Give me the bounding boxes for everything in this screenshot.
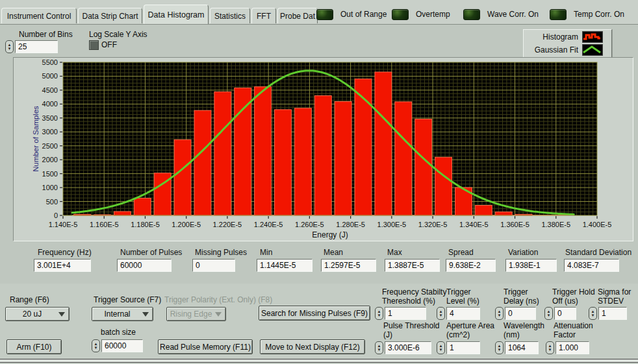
gaussian-fit-legend-icon <box>582 44 603 56</box>
svg-text:1.280E-5: 1.280E-5 <box>336 221 365 228</box>
trigger-delay-input[interactable] <box>505 307 536 320</box>
stat-variation-label: Variation <box>505 248 557 257</box>
out-of-range-led-icon <box>316 9 333 20</box>
batch-size-input[interactable] <box>101 339 143 352</box>
trigger-polarity-value: Rising Edge <box>167 309 215 319</box>
log-scale-state: OFF <box>101 40 117 49</box>
pulse-threshold-label: Pulse Threshold (J) <box>383 321 443 339</box>
svg-text:1.380E-5: 1.380E-5 <box>541 221 570 228</box>
stat-spread-value <box>446 259 496 272</box>
tab-strip: Instrument Control Data Strip Chart Data… <box>0 0 638 25</box>
x-axis-title: Energy (J) <box>312 230 348 239</box>
svg-text:4000: 4000 <box>42 100 58 108</box>
tab-probe-data[interactable]: Probe Dat <box>277 8 318 23</box>
histogram-bar <box>314 95 331 215</box>
histogram-bar <box>194 110 211 215</box>
stat-missing-pulses: Missing Pulses <box>192 248 247 272</box>
stat-frequency: Frequency (Hz) <box>34 248 92 272</box>
search-missing-pulses-button[interactable]: Search for Missing Pulses (F9) <box>259 306 370 321</box>
svg-text:1000: 1000 <box>42 184 58 191</box>
histogram-bar <box>355 79 372 215</box>
read-pulse-memory-button[interactable]: Read Pulse Memory (F11) <box>158 339 253 354</box>
svg-text:1.300E-5: 1.300E-5 <box>377 221 407 228</box>
move-next-display-button[interactable]: Move to Next Display (F12) <box>260 339 365 354</box>
histogram-bar <box>174 140 191 215</box>
trigger-holdoff-input[interactable] <box>554 307 576 320</box>
pulse-threshold-input[interactable] <box>385 341 431 354</box>
svg-text:5000: 5000 <box>42 72 58 80</box>
aperture-area-input[interactable] <box>446 341 480 354</box>
stat-mean: Mean <box>321 248 376 272</box>
stat-variation: Variation <box>505 248 557 272</box>
tab-instrument-control[interactable]: Instrument Control <box>1 8 77 23</box>
number-of-bins-label: Number of Bins <box>19 30 73 39</box>
bins-input[interactable] <box>15 40 58 53</box>
svg-text:5500: 5500 <box>42 58 58 66</box>
trigger-polarity-dropdown: Rising Edge <box>166 307 226 321</box>
svg-text:0: 0 <box>54 212 58 219</box>
trigger-source-dropdown[interactable]: Internal <box>92 307 153 321</box>
svg-text:1500: 1500 <box>42 170 58 178</box>
x-axis-ticks: 1.140E-51.160E-51.180E-51.200E-51.220E-5… <box>49 216 612 228</box>
dropdown-arrow-icon <box>215 312 222 317</box>
svg-text:1.240E-5: 1.240E-5 <box>254 221 283 228</box>
overtemp-led-icon <box>392 9 409 20</box>
y-axis-ticks: 0500100015002000250030003500400045005000… <box>42 58 62 219</box>
svg-text:2500: 2500 <box>42 142 58 150</box>
tab-data-histogram[interactable]: Data Histogram <box>144 5 209 24</box>
stat-spread: Spread <box>446 248 496 272</box>
trigger-holdoff-spinner[interactable]: ▲▼ <box>544 307 553 320</box>
histogram-legend-icon <box>582 31 603 43</box>
tab-statistics[interactable]: Statistics <box>210 8 250 23</box>
sigma-stdev-spinner[interactable]: ▲▼ <box>589 307 597 320</box>
trigger-level-input[interactable] <box>446 307 480 320</box>
trigger-source-value: Internal <box>92 309 142 319</box>
stat-stdev-value <box>564 259 619 272</box>
log-scale-toggle[interactable] <box>89 40 99 50</box>
tab-data-strip-chart[interactable]: Data Strip Chart <box>78 8 142 23</box>
histogram-bar <box>235 88 251 215</box>
trigger-level-spinner[interactable]: ▲▼ <box>437 307 445 320</box>
histogram-bar <box>255 87 272 215</box>
stat-mean-value <box>321 259 376 272</box>
stat-num-pulses-value <box>117 259 172 272</box>
batch-size-spinner[interactable]: ▲▼ <box>92 339 100 352</box>
attenuation-spinner[interactable]: ▲▼ <box>546 341 554 354</box>
trigger-level-label: Trigger Level (%) <box>446 287 487 306</box>
dropdown-arrow-icon <box>58 312 65 317</box>
panel-divider-bottom <box>0 359 638 363</box>
freq-stability-spinner[interactable]: ▲▼ <box>375 307 383 320</box>
tab-fft[interactable]: FFT <box>251 8 276 23</box>
stat-max: Max <box>385 248 440 272</box>
stat-variation-value <box>505 259 557 272</box>
y-axis-title: Number of Samples <box>32 106 40 172</box>
stat-spread-label: Spread <box>446 248 496 257</box>
pulse-threshold-spinner[interactable]: ▲▼ <box>375 341 383 354</box>
histogram-bar <box>335 102 351 215</box>
legend-gaussian-label: Gaussian Fit <box>524 45 578 55</box>
freq-stability-input[interactable] <box>385 307 426 320</box>
wavelength-input[interactable] <box>505 341 539 354</box>
wave-corr-led-icon <box>463 9 480 20</box>
histogram-bar <box>294 108 311 215</box>
range-dropdown[interactable]: 20 uJ <box>5 307 70 321</box>
stat-stdev-label: Standard Deviation <box>564 248 632 257</box>
svg-text:1.400E-5: 1.400E-5 <box>583 221 612 228</box>
attenuation-input[interactable] <box>555 341 589 354</box>
aperture-area-spinner[interactable]: ▲▼ <box>437 341 445 354</box>
range-value: 20 uJ <box>6 309 58 319</box>
arm-button[interactable]: Arm (F10) <box>6 339 62 354</box>
svg-text:1.180E-5: 1.180E-5 <box>131 221 160 228</box>
bins-spinner[interactable]: ▲▼ <box>5 40 14 53</box>
stat-missing-pulses-label: Missing Pulses <box>192 248 247 257</box>
wave-corr-label: Wave Corr. On <box>487 10 539 19</box>
sigma-stdev-input[interactable] <box>598 307 627 320</box>
trigger-delay-spinner[interactable]: ▲▼ <box>495 307 504 320</box>
svg-text:1.340E-5: 1.340E-5 <box>459 221 489 228</box>
stat-max-value <box>385 259 440 272</box>
stat-frequency-value <box>34 259 91 272</box>
overtemp-label: Overtemp <box>416 10 450 19</box>
log-scale-label: Log Scale Y Axis <box>89 30 147 39</box>
wavelength-spinner[interactable]: ▲▼ <box>495 341 504 354</box>
wavelength-label: Wavelength (nm) <box>504 321 555 339</box>
